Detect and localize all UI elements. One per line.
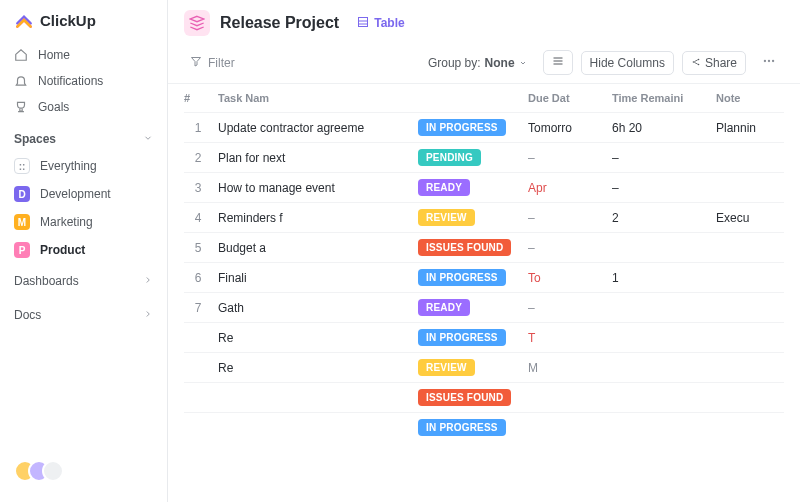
cell-num: 2 [184,151,218,165]
task-table: # Task Nam Due Dat Time Remaini Note 1Up… [168,84,800,502]
column-remaining[interactable]: Time Remaini [612,92,716,104]
sidebar-item-docs[interactable]: Docs [0,298,167,332]
status-pill[interactable]: READY [418,299,470,316]
more-icon [762,54,776,71]
cell-num: 7 [184,301,218,315]
sidebar-item-notifications[interactable]: Notifications [0,68,167,94]
cell-status: READY [418,299,528,316]
sidebar-item-label: Home [38,48,70,62]
spaces-label: Spaces [14,132,56,146]
table-row[interactable]: ReIN PROGRESST [184,322,784,352]
group-by-value: None [485,56,515,70]
cell-notes: Plannin [716,121,796,135]
cell-name: Plan for next [218,151,418,165]
share-icon [691,56,701,70]
primary-nav: Home Notifications Goals [0,40,167,122]
space-label: Everything [40,159,97,173]
status-pill[interactable]: IN PROGRESS [418,419,506,436]
column-name[interactable]: Task Nam [218,92,418,104]
cell-name: Finali [218,271,418,285]
row-size-button[interactable] [543,50,573,75]
cell-remaining: 1 [612,271,716,285]
cell-status: IN PROGRESS [418,329,528,346]
caret-down-icon [519,56,527,70]
status-pill[interactable]: ISSUES FOUND [418,239,511,256]
table-row[interactable]: 3How to manage eventREADYApr– [184,172,784,202]
status-pill[interactable]: IN PROGRESS [418,119,506,136]
column-due[interactable]: Due Dat [528,92,612,104]
trophy-icon [14,100,28,114]
cell-status: IN PROGRESS [418,269,528,286]
status-pill[interactable]: REVIEW [418,209,475,226]
table-row[interactable]: 4Reminders fREVIEW–2Execu [184,202,784,232]
svg-point-6 [693,61,695,63]
sidebar-item-home[interactable]: Home [0,42,167,68]
table-row[interactable]: 6FinaliIN PROGRESSTo1 [184,262,784,292]
svg-point-8 [698,63,700,65]
docs-label: Docs [14,308,41,322]
svg-point-10 [768,60,770,62]
brand-logo[interactable]: ClickUp [0,10,167,40]
filter-icon [190,55,202,70]
cell-num: 4 [184,211,218,225]
share-button[interactable]: Share [682,51,746,75]
cell-name: Re [218,361,418,375]
table-row[interactable]: IN PROGRESS [184,412,784,442]
svg-point-7 [698,58,700,60]
table-row[interactable]: 7GathREADY– [184,292,784,322]
group-by-label: Group by: [428,56,481,70]
view-table[interactable]: Table [349,12,412,35]
member-avatars[interactable] [0,450,167,492]
avatar [42,460,64,482]
table-row[interactable]: 2Plan for nextPENDING–– [184,142,784,172]
sidebar-item-label: Notifications [38,74,103,88]
sidebar-item-dashboards[interactable]: Dashboards [0,264,167,298]
cell-status: IN PROGRESS [418,119,528,136]
cell-remaining: – [612,151,716,165]
hide-columns-button[interactable]: Hide Columns [581,51,674,75]
status-pill[interactable]: IN PROGRESS [418,329,506,346]
cell-due: M [528,361,612,375]
share-label: Share [705,56,737,70]
cell-name: Reminders f [218,211,418,225]
sidebar-item-goals[interactable]: Goals [0,94,167,120]
space-badge: P [14,242,30,258]
space-item[interactable]: PProduct [0,236,167,264]
status-pill[interactable]: ISSUES FOUND [418,389,511,406]
table-row[interactable]: ISSUES FOUND [184,382,784,412]
status-pill[interactable]: PENDING [418,149,481,166]
column-num[interactable]: # [184,92,218,104]
cell-name: Update contractor agreeme [218,121,418,135]
hide-columns-label: Hide Columns [590,56,665,70]
more-button[interactable] [754,50,784,75]
space-item[interactable]: ::Everything [0,152,167,180]
status-pill[interactable]: READY [418,179,470,196]
cell-status: READY [418,179,528,196]
group-by-dropdown[interactable]: Group by: None [420,52,535,74]
table-row[interactable]: 5Budget aISSUES FOUND– [184,232,784,262]
cell-name: Budget a [218,241,418,255]
space-item[interactable]: MMarketing [0,208,167,236]
space-item[interactable]: DDevelopment [0,180,167,208]
table-body: 1Update contractor agreemeIN PROGRESSTom… [168,112,800,442]
cell-status: ISSUES FOUND [418,389,528,406]
table-row[interactable]: 1Update contractor agreemeIN PROGRESSTom… [184,112,784,142]
space-badge: D [14,186,30,202]
project-title: Release Project [220,14,339,32]
view-label: Table [374,16,404,30]
status-pill[interactable]: IN PROGRESS [418,269,506,286]
home-icon [14,48,28,62]
spaces-header[interactable]: Spaces [0,122,167,152]
filter-button[interactable]: Filter [184,51,241,74]
table-row[interactable]: ReREVIEWM [184,352,784,382]
column-notes[interactable]: Note [716,92,796,104]
cell-remaining: – [612,181,716,195]
cell-num: 6 [184,271,218,285]
cell-remaining: 2 [612,211,716,225]
status-pill[interactable]: REVIEW [418,359,475,376]
cell-num: 3 [184,181,218,195]
svg-point-9 [764,60,766,62]
cell-status: PENDING [418,149,528,166]
table-header: # Task Nam Due Dat Time Remaini Note [168,84,800,112]
cell-due: – [528,301,612,315]
